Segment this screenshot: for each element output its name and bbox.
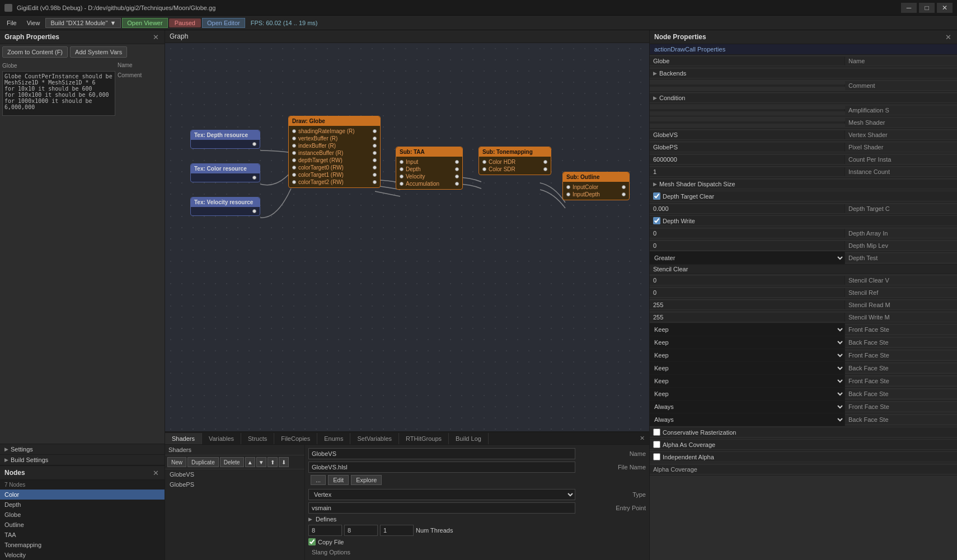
tex-velocity-node[interactable]: Tex: Velocity resource bbox=[190, 197, 260, 216]
bottom-close[interactable]: ✕ bbox=[635, 432, 649, 444]
move-bottom-button[interactable]: ⬇ bbox=[279, 457, 289, 467]
build-settings-section[interactable]: ▶ Build Settings bbox=[0, 454, 165, 465]
zoom-to-content-button[interactable]: Zoom to Content (F) bbox=[2, 46, 68, 58]
slang-options-label: Slang Options bbox=[308, 548, 646, 556]
tab-variables[interactable]: Variables bbox=[202, 433, 241, 444]
maximize-button[interactable]: □ bbox=[919, 3, 935, 13]
always-front-key: Front Face Ste bbox=[845, 402, 957, 411]
num-threads-z-input[interactable] bbox=[380, 525, 414, 536]
sub-outline-node[interactable]: Sub: Outline InputColor InputDepth bbox=[562, 172, 630, 200]
graph-properties-close[interactable]: ✕ bbox=[151, 32, 160, 41]
depth-target-clear-checkbox[interactable] bbox=[653, 192, 660, 200]
ellipsis-button[interactable]: ... bbox=[311, 475, 326, 485]
nodes-panel-close[interactable]: ✕ bbox=[151, 468, 160, 477]
tab-rthitgroups[interactable]: RTHitGroups bbox=[399, 433, 449, 444]
file-menu[interactable]: File bbox=[2, 18, 21, 27]
draw-globe-header: Draw: Globe bbox=[289, 116, 380, 126]
shader-entrypoint-label: Entry Point bbox=[579, 505, 646, 511]
explore-button[interactable]: Explore bbox=[351, 475, 382, 485]
shader-entrypoint-input[interactable] bbox=[308, 502, 575, 514]
backends-expandable[interactable]: ▶ Backends bbox=[650, 69, 957, 78]
mesh-dispatch-expandable[interactable]: ▶ Mesh Shader Dispatch Size bbox=[650, 180, 957, 189]
edit-button[interactable]: Edit bbox=[328, 475, 349, 485]
add-system-vars-button[interactable]: Add System Vars bbox=[70, 46, 127, 58]
num-threads-label: Num Threads bbox=[416, 527, 453, 534]
front-face-stencil-select-2[interactable]: Keep bbox=[650, 349, 845, 361]
right-panel-close[interactable]: ✕ bbox=[944, 32, 953, 41]
node-item-tonemapping[interactable]: Tonemapping bbox=[0, 540, 165, 550]
graph-canvas[interactable]: Tex: Depth resource Tex: Color resource bbox=[165, 43, 649, 431]
copy-file-row: Copy File bbox=[308, 538, 646, 545]
front-face-stencil-select-3[interactable]: Keep bbox=[650, 375, 845, 387]
shader-item-globeps[interactable]: GlobePS bbox=[165, 479, 304, 490]
move-top-button[interactable]: ⬆ bbox=[268, 457, 278, 467]
back-face-stencil-select-3[interactable]: Keep bbox=[650, 388, 845, 400]
shaders-delete-button[interactable]: Delete bbox=[220, 457, 244, 467]
independent-alpha-checkbox[interactable] bbox=[653, 453, 660, 460]
move-up-button[interactable]: ▲ bbox=[245, 457, 255, 467]
port-accumulation: Accumulation bbox=[396, 180, 462, 187]
conservative-rast-checkbox[interactable] bbox=[653, 429, 660, 436]
prop-row-depth-target-clear-val: 0.000 Depth Target C bbox=[650, 203, 957, 215]
back-face-stencil-select-1[interactable]: Keep bbox=[650, 336, 845, 349]
depth-test-select[interactable]: Greater Less LessEqual GreaterEqual Alwa… bbox=[650, 252, 845, 264]
node-item-depth[interactable]: Depth bbox=[0, 500, 165, 510]
graph-properties-header: Graph Properties ✕ bbox=[0, 30, 165, 44]
draw-globe-node[interactable]: Draw: Globe shadingRateImage (R) vertexB… bbox=[288, 116, 381, 188]
globe-comment-textarea[interactable]: Globe CountPerInstance should be MeshSiz… bbox=[2, 71, 115, 116]
shaders-list-panel: Shaders New Duplicate Delete ▲ ▼ ⬆ ⬇ Glo… bbox=[165, 445, 305, 560]
shaders-duplicate-button[interactable]: Duplicate bbox=[187, 457, 219, 467]
shaders-new-button[interactable]: New bbox=[167, 457, 186, 467]
tab-buildlog[interactable]: Build Log bbox=[449, 433, 489, 444]
stencil-read-mask-key: Stencil Read M bbox=[845, 300, 957, 309]
back-face-stencil-key-3: Back Face Ste bbox=[845, 389, 957, 398]
copy-file-label: Copy File bbox=[318, 539, 344, 545]
prop-row-backends[interactable]: ▶ Backends bbox=[650, 67, 957, 79]
alpha-as-coverage-checkbox[interactable] bbox=[653, 441, 660, 448]
settings-section[interactable]: ▶ Settings bbox=[0, 444, 165, 454]
node-item-outline[interactable]: Outline bbox=[0, 520, 165, 530]
tab-setvariables[interactable]: SetVariables bbox=[350, 433, 399, 444]
tex-color-node[interactable]: Tex: Color resource bbox=[190, 163, 260, 182]
shader-filename-input[interactable] bbox=[308, 462, 575, 473]
node-item-globe[interactable]: Globe bbox=[0, 510, 165, 520]
copy-file-checkbox[interactable] bbox=[308, 538, 316, 545]
tex-depth-node[interactable]: Tex: Depth resource bbox=[190, 130, 260, 149]
left-panel: Graph Properties ✕ Zoom to Content (F) A… bbox=[0, 30, 165, 560]
prop-row-mesh-dispatch[interactable]: ▶ Mesh Shader Dispatch Size bbox=[650, 178, 957, 190]
num-threads-y-input[interactable] bbox=[344, 525, 378, 536]
always-back-select[interactable]: Always bbox=[650, 413, 845, 426]
node-item-color[interactable]: Color bbox=[0, 490, 165, 500]
prop-row-condition[interactable]: ▶ Condition bbox=[650, 92, 957, 104]
shader-name-input[interactable] bbox=[308, 448, 575, 459]
sub-taa-node[interactable]: Sub: TAA Input Depth Velocity Accumulati… bbox=[396, 147, 463, 190]
condition-expandable[interactable]: ▶ Condition bbox=[650, 93, 957, 102]
tab-shaders[interactable]: Shaders bbox=[165, 433, 202, 444]
shader-item-globevs[interactable]: GlobeVS bbox=[165, 469, 304, 479]
tab-enums[interactable]: Enums bbox=[317, 433, 350, 444]
tab-filecopies[interactable]: FileCopies bbox=[274, 433, 317, 444]
view-menu[interactable]: View bbox=[22, 18, 45, 27]
shader-type-select[interactable]: Vertex Pixel Compute bbox=[308, 489, 575, 500]
build-button[interactable]: Build "DX12 Module" ▼ bbox=[45, 18, 121, 28]
back-face-stencil-select-2[interactable]: Keep bbox=[650, 362, 845, 374]
node-item-velocity[interactable]: Velocity bbox=[0, 550, 165, 560]
sub-tonemapping-node[interactable]: Sub: Tonemapping Color HDR Color SDR bbox=[478, 147, 551, 175]
front-face-stencil-select-1[interactable]: Keep bbox=[650, 323, 845, 336]
tab-structs[interactable]: Structs bbox=[241, 433, 274, 444]
tex-velocity-port bbox=[191, 209, 260, 214]
alpha-coverage-section-label: Alpha Coverage bbox=[650, 465, 957, 474]
num-threads-x-input[interactable] bbox=[308, 525, 342, 536]
port-shading-rate: shadingRateImage (R) bbox=[289, 128, 380, 135]
minimize-button[interactable]: ─ bbox=[901, 3, 917, 13]
shader-entrypoint-row: Entry Point bbox=[308, 502, 646, 514]
node-item-taa[interactable]: TAA bbox=[0, 530, 165, 540]
always-front-select[interactable]: Always bbox=[650, 401, 845, 413]
close-button[interactable]: ✕ bbox=[937, 3, 953, 13]
depth-write-checkbox[interactable] bbox=[653, 217, 660, 224]
open-viewer-button[interactable]: Open Viewer bbox=[122, 18, 167, 28]
prop-row-depth-array-in: 0 Depth Array In bbox=[650, 227, 957, 239]
move-down-button[interactable]: ▼ bbox=[256, 457, 266, 467]
open-editor-button[interactable]: Open Editor bbox=[202, 18, 245, 28]
settings-label: Settings bbox=[11, 446, 33, 453]
